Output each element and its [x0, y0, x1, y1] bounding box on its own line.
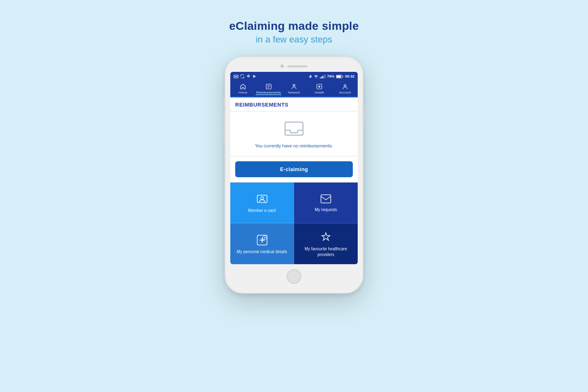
sync-icon: [240, 74, 245, 78]
svg-point-5: [316, 77, 316, 78]
svg-point-21: [261, 197, 263, 200]
svg-point-3: [248, 76, 249, 76]
location-icon: [246, 74, 251, 78]
nav-reimbursements[interactable]: Reimbursements: [256, 83, 281, 95]
screenshot-icon: [234, 75, 238, 78]
play-icon: [252, 74, 256, 78]
svg-rect-13: [336, 76, 341, 78]
reimbursements-icon: [265, 83, 272, 90]
nav-account[interactable]: Account: [332, 83, 358, 95]
personal-medical-label: My personal medical details: [237, 249, 287, 255]
volume-down-button: [224, 129, 225, 142]
nav-health-label: Health: [315, 91, 324, 94]
favourite-providers-icon: [320, 232, 332, 243]
page-title: eClaiming made simple: [229, 20, 359, 33]
svg-rect-12: [342, 76, 343, 77]
eclaiming-section: E-claiming: [230, 156, 358, 183]
account-icon: [342, 83, 348, 90]
empty-state-section: You currently have no reimbursements.: [230, 111, 358, 156]
member-ecard-label: Member e-card: [248, 208, 276, 214]
svg-rect-20: [257, 195, 267, 203]
phone-bottom: [230, 269, 358, 284]
svg-marker-4: [253, 75, 256, 78]
svg-rect-6: [320, 78, 321, 78]
personal-medical-icon: [256, 234, 268, 246]
screen-content: REIMBURSEMENTS You currently have no rei…: [230, 98, 358, 264]
front-camera: [281, 65, 284, 68]
volume-up-button: [224, 112, 225, 125]
inbox-tray-icon: [283, 119, 305, 138]
svg-point-16: [294, 85, 294, 86]
my-requests-label: My requests: [315, 207, 337, 213]
status-bar: 79% 09:32: [230, 72, 358, 81]
phone-device: 79% 09:32 Home: [225, 56, 363, 294]
nav-home-label: Home: [239, 91, 247, 94]
speaker-grille: [287, 65, 307, 67]
home-button[interactable]: [287, 269, 301, 284]
svg-point-18: [344, 85, 346, 87]
network-icon: [291, 83, 297, 90]
health-icon: [316, 83, 323, 90]
battery-icon: [336, 75, 343, 78]
signal-icon: [320, 75, 325, 78]
nav-reimbursements-label: Reimbursements: [256, 91, 281, 94]
page-header: eClaiming made simple in a few easy step…: [229, 20, 359, 45]
member-ecard-icon: [256, 193, 268, 205]
phone-screen: 79% 09:32 Home: [230, 72, 358, 264]
battery-percentage: 79%: [327, 74, 334, 78]
nav-health[interactable]: Health: [307, 83, 332, 95]
nav-network[interactable]: Network: [281, 83, 307, 95]
favourite-providers-tile[interactable]: My favourite healthcare providers: [294, 223, 358, 264]
personal-medical-tile[interactable]: My personal medical details: [230, 223, 294, 264]
page-subtitle: in a few easy steps: [229, 34, 359, 45]
bluetooth-icon: [308, 75, 312, 78]
status-left-icons: [234, 74, 256, 78]
svg-rect-1: [235, 76, 237, 77]
empty-state-text: You currently have no reimbursements.: [255, 143, 333, 149]
mute-button: [224, 98, 225, 108]
svg-rect-8: [322, 76, 323, 78]
nav-bar: Home Reimbursements: [230, 81, 358, 98]
power-button: [363, 106, 364, 122]
home-icon: [240, 83, 246, 90]
eclaiming-button[interactable]: E-claiming: [235, 161, 353, 177]
status-right-info: 79% 09:32: [308, 74, 354, 78]
time-display: 09:32: [345, 74, 354, 78]
nav-account-label: Account: [339, 91, 351, 94]
quick-access-grid: Member e-card My requests: [230, 183, 358, 264]
svg-rect-9: [323, 75, 324, 78]
phone-top-bar: [230, 65, 358, 68]
svg-rect-10: [325, 75, 325, 78]
my-requests-tile[interactable]: My requests: [294, 183, 358, 223]
my-requests-icon: [320, 194, 332, 204]
favourite-providers-label: My favourite healthcare providers: [298, 246, 354, 258]
member-ecard-tile[interactable]: Member e-card: [230, 183, 294, 223]
svg-rect-22: [321, 195, 331, 203]
signal-bars: [320, 75, 325, 78]
nav-home[interactable]: Home: [230, 83, 256, 95]
wifi-icon: [314, 75, 318, 78]
svg-rect-7: [321, 77, 322, 78]
nav-network-label: Network: [288, 91, 300, 94]
screen-title: REIMBURSEMENTS: [230, 98, 358, 111]
